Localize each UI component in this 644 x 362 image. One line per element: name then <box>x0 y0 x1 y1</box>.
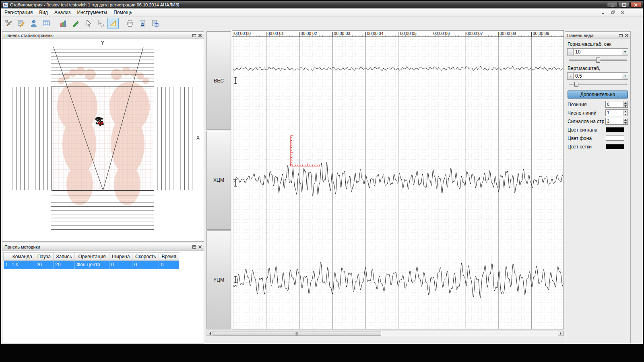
channel-box-ves[interactable]: ВЕС <box>206 31 231 130</box>
channel-box-xcm[interactable]: ХЦМ <box>206 131 231 230</box>
spin-down-icon[interactable] <box>623 105 627 107</box>
methodology-row-1[interactable]: 1 1.s 20 20 Фон-центр 0 0 0 <box>4 261 179 269</box>
signal-chart[interactable]: 00:00:0000:00:0100:00:0200:00:0300:00:04… <box>232 30 564 329</box>
vert-scale-slider[interactable] <box>569 81 627 87</box>
view-panel-titlebar[interactable]: Панель вида <box>565 32 630 39</box>
export-report-button[interactable] <box>149 18 161 29</box>
column-header-time[interactable]: Время <box>159 253 179 261</box>
panel-float-icon[interactable] <box>192 245 196 249</box>
horizontal-scrollbar[interactable] <box>206 331 564 336</box>
cell-orientation: Фон-центр <box>75 261 109 269</box>
vert-scale-minus-button[interactable]: - <box>567 72 574 80</box>
spin-up-icon[interactable] <box>623 110 627 113</box>
select-region-icon <box>97 19 105 27</box>
column-header-rownum[interactable] <box>4 253 10 261</box>
vert-scale-plus-button[interactable]: + <box>622 72 628 80</box>
cell-pause: 20 <box>35 261 53 269</box>
position-row: Позиция 0 <box>567 100 629 109</box>
spin-down-icon[interactable] <box>623 121 627 124</box>
view-panel: Панель вида Гориз.масштаб, сек - 10 + <box>565 31 631 343</box>
column-header-orientation[interactable]: Ориентация <box>75 253 109 261</box>
panel-close-icon[interactable] <box>198 34 202 37</box>
grid-color-swatch[interactable] <box>606 144 624 149</box>
signal-chart-canvas[interactable]: 00:00:0000:00:0100:00:0200:00:0300:00:04… <box>232 30 564 329</box>
mdi-close-icon[interactable] <box>618 9 627 16</box>
mdi-restore-icon[interactable] <box>609 9 617 16</box>
print-button[interactable] <box>124 18 136 29</box>
horiz-scale-slider[interactable] <box>569 57 627 63</box>
signals-per-page-spinbox[interactable]: 3 <box>605 118 628 125</box>
column-header-command[interactable]: Команда <box>10 253 35 261</box>
column-header-speed[interactable]: Скорость <box>132 253 159 261</box>
word-report-button[interactable] <box>137 18 148 29</box>
signal-color-swatch[interactable] <box>606 127 624 132</box>
window-close-icon[interactable] <box>630 2 641 8</box>
signals-per-page-value[interactable]: 3 <box>606 118 623 124</box>
pen-button[interactable] <box>70 18 81 29</box>
scroll-right-icon[interactable] <box>558 331 564 336</box>
row-number: 1 <box>4 261 10 269</box>
horiz-scale-value[interactable]: 10 <box>574 48 622 56</box>
bar-chart-button[interactable] <box>58 18 69 29</box>
stabilogram-panel-titlebar[interactable]: Панель стабилограммы <box>2 32 204 39</box>
app-icon <box>3 2 8 8</box>
horiz-scale-minus-button[interactable]: - <box>567 48 574 56</box>
cell-record: 20 <box>54 261 75 269</box>
cursor-button[interactable] <box>83 18 94 29</box>
menu-analysis[interactable]: Анализ <box>51 9 74 16</box>
background-color-swatch[interactable] <box>606 136 624 141</box>
menu-help[interactable]: Помощь <box>110 9 135 16</box>
ruler-time-label: 00:00:03 <box>334 31 350 36</box>
menu-view[interactable]: Вид <box>36 9 51 16</box>
ruler-time-label: 00:00:08 <box>500 31 516 36</box>
tools-button[interactable] <box>3 18 14 29</box>
bar-chart-icon <box>59 19 67 27</box>
window-title: Стабилометрия - [testov test testovich 1… <box>10 2 607 7</box>
signal-color-label: Цвет сигнала <box>568 127 606 133</box>
spin-up-icon[interactable] <box>623 118 627 121</box>
cursor-icon <box>84 19 92 27</box>
view-panel-title: Панель вида <box>567 33 594 38</box>
patient-button[interactable] <box>28 18 39 29</box>
ruler-triangle-button[interactable] <box>107 18 119 29</box>
menu-tools[interactable]: Инструменты <box>74 9 110 16</box>
methodology-table: Команда Пауза Запись Ориентация Ширина С… <box>3 252 179 269</box>
cell-speed: 0 <box>132 261 159 269</box>
panel-close-icon[interactable] <box>625 34 628 37</box>
column-header-record[interactable]: Запись <box>54 253 75 261</box>
panel-float-icon[interactable] <box>619 34 623 37</box>
more-options-button[interactable]: Дополнительно <box>568 90 628 99</box>
scrollbar-thumb[interactable] <box>213 331 381 336</box>
table-icon <box>42 19 50 27</box>
scroll-left-icon[interactable] <box>207 331 213 336</box>
position-value[interactable]: 0 <box>606 101 623 107</box>
spin-down-icon[interactable] <box>623 113 627 116</box>
select-region-button[interactable] <box>95 18 106 29</box>
panel-close-icon[interactable] <box>198 245 202 249</box>
channel-box-ycm[interactable]: YЦМ <box>206 230 231 329</box>
app-window: Стабилометрия - [testov test testovich 1… <box>1 1 643 344</box>
window-titlebar[interactable]: Стабилометрия - [testov test testovich 1… <box>1 1 643 8</box>
vert-scale-value[interactable]: 0.5 <box>574 72 622 80</box>
slider-thumb[interactable] <box>596 58 600 63</box>
window-maximize-icon[interactable] <box>619 2 630 8</box>
methodology-panel-titlebar[interactable]: Панель методики <box>2 243 204 251</box>
vert-scale-control: - 0.5 + <box>567 72 628 80</box>
horiz-scale-plus-button[interactable]: + <box>622 48 628 56</box>
panel-float-icon[interactable] <box>192 34 196 37</box>
position-spinbox[interactable]: 0 <box>605 101 628 108</box>
slider-thumb[interactable] <box>574 82 578 87</box>
lines-count-value[interactable]: 1 <box>606 110 623 116</box>
menu-registration[interactable]: Регистрация <box>1 9 36 16</box>
window-minimize-icon[interactable] <box>607 2 618 8</box>
ruler-time-label: 00:00:05 <box>400 31 417 36</box>
column-header-width[interactable]: Ширина <box>109 253 132 261</box>
ruler-time-label: 00:00:04 <box>367 31 384 36</box>
lines-count-spinbox[interactable]: 1 <box>605 109 628 116</box>
mdi-minimize-icon[interactable] <box>599 9 607 16</box>
edit-record-button[interactable] <box>16 18 27 29</box>
column-header-pause[interactable]: Пауза <box>35 253 53 261</box>
scrollbar-track[interactable] <box>213 331 558 336</box>
spin-up-icon[interactable] <box>623 101 627 105</box>
table-button[interactable] <box>41 18 52 29</box>
